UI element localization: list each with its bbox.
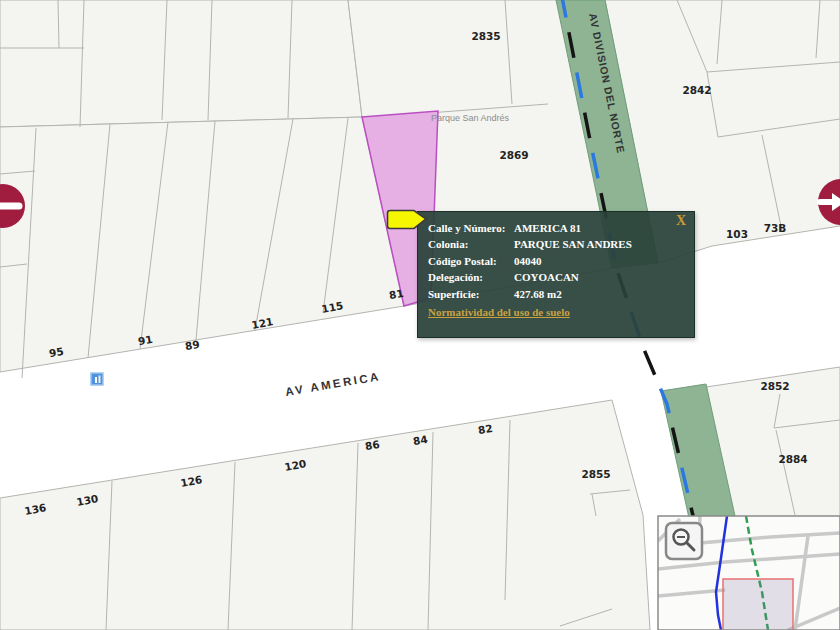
house-number: 81 [388,287,404,301]
blue-square-poi-icon[interactable] [91,373,103,385]
field-value: AMERICA 81 [514,220,686,236]
block-number: 103 [726,228,748,240]
popup-field-row: Superficie: 427.68 m2 [428,286,686,302]
field-label: Colonia: [428,236,514,252]
field-value: 04040 [514,253,686,269]
minimap-zoom-out-button[interactable] [666,523,702,559]
block-number: 2855 [581,468,610,480]
field-label: Código Postal: [428,253,514,269]
block-top-left[interactable] [0,0,362,127]
field-label: Calle y Número: [428,220,514,236]
block-number: 73B [764,222,787,234]
house-number: 91 [137,333,153,347]
map-viewer: AV DIVISION DEL NORTE AV AMERICA Parque … [0,0,840,630]
house-number: 89 [184,338,200,352]
house-number: 86 [364,438,380,452]
block-number: 2842 [682,84,711,96]
popup-field-row: Colonia: PARQUE SAN ANDRES [428,236,686,252]
block-number: 2869 [499,149,528,161]
house-number: 84 [412,433,428,447]
popup-close-button[interactable]: X [676,214,686,228]
minimap[interactable] [658,516,840,630]
popup-field-row: Código Postal: 04040 [428,253,686,269]
area-label-parque-san-andres: Parque San Andrés [431,113,510,123]
block-number: 2884 [778,453,807,465]
house-number: 95 [48,345,64,359]
parcel-info-popup: X Calle y Número: AMERICA 81 Colonia: PA… [417,211,695,338]
yellow-tag-icon[interactable] [386,208,430,231]
popup-field-row: Delegación: COYOACAN [428,269,686,285]
block-number: 2835 [471,30,500,42]
field-label: Superficie: [428,286,514,302]
house-number: 82 [477,422,493,436]
popup-field-row: Calle y Número: AMERICA 81 [428,220,686,236]
minimap-viewport-rect[interactable] [723,579,793,630]
block-number: 2852 [760,380,789,392]
field-value: COYOACAN [514,269,686,285]
normatividad-link[interactable]: Normatividad del uso de suelo [428,306,570,318]
field-label: Delegación: [428,269,514,285]
field-value: PARQUE SAN ANDRES [514,236,686,252]
field-value: 427.68 m2 [514,286,686,302]
